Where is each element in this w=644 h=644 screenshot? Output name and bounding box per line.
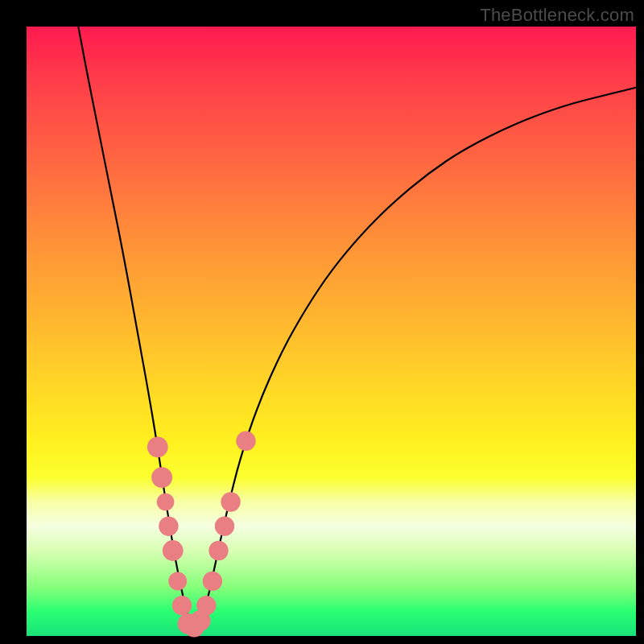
chart-frame: TheBottleneck.com — [0, 0, 644, 644]
plot-area — [27, 27, 636, 636]
watermark-text: TheBottleneck.com — [480, 5, 634, 26]
